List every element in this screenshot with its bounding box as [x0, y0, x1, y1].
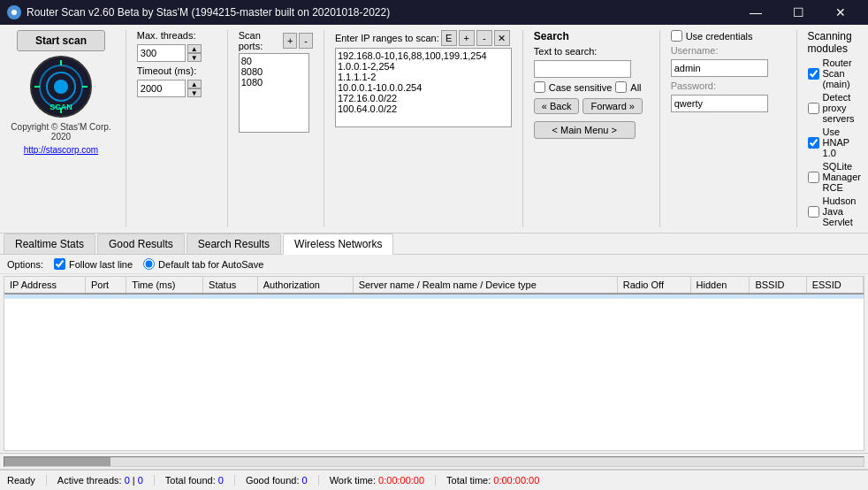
ip-ranges-header: Enter IP ranges to scan: E + - ✕	[335, 30, 512, 46]
tab-wireless-networks[interactable]: Wireless Networks	[283, 234, 393, 255]
default-tab-radio[interactable]	[143, 258, 155, 270]
search-title: Search	[534, 30, 649, 42]
close-button[interactable]: ✕	[820, 0, 861, 25]
tab-wireless-networks-label: Wireless Networks	[294, 238, 382, 250]
max-threads-label: Max. threads:	[137, 30, 217, 41]
timeout-label: Timeout (ms):	[137, 65, 217, 76]
status-active-threads: Active threads: 0 | 0	[57, 475, 155, 486]
status-total-time: Total time: 0:00:00:00	[446, 475, 550, 486]
horizontal-scrollbar-thumb[interactable]	[4, 457, 110, 466]
threads-section: Max. threads: ▲ ▼ Timeout (ms): ▲ ▼	[137, 30, 217, 97]
col-bssid: BSSID	[750, 277, 806, 294]
ip-clear-button[interactable]: ✕	[494, 30, 510, 46]
module-item-proxy-servers: Detect proxy servers	[808, 92, 861, 124]
module-sqlite-label: SQLite Manager RCE	[823, 161, 861, 193]
minimize-button[interactable]: —	[735, 0, 776, 25]
module-hnap-label: Use HNAP 1.0	[823, 126, 861, 158]
use-credentials-checkbox[interactable]	[671, 30, 682, 42]
ports-list[interactable]: 80 8080 1080	[239, 53, 309, 133]
copyright-link[interactable]: http://stascorp.com	[24, 145, 98, 155]
module-hudson-checkbox[interactable]	[808, 206, 819, 218]
ip-ranges-label: Enter IP ranges to scan:	[335, 33, 439, 43]
tab-good-results[interactable]: Good Results	[97, 234, 185, 254]
status-total-found: Total found: 0	[165, 475, 235, 486]
max-threads-input[interactable]	[137, 44, 186, 62]
main-area: Start scan SCAN Copyright © Stas'M Corp.…	[0, 25, 868, 490]
all-checkbox[interactable]	[615, 81, 627, 93]
module-sqlite-checkbox[interactable]	[808, 172, 819, 183]
module-proxy-servers-checkbox[interactable]	[808, 103, 819, 114]
horizontal-scrollbar-track[interactable]	[4, 456, 864, 467]
ip-range-item: 172.16.0.0/22	[338, 93, 509, 103]
status-ready: Ready	[7, 475, 47, 486]
forward-button[interactable]: Forward »	[582, 98, 643, 114]
username-input[interactable]	[671, 59, 768, 77]
default-tab-label: Default tab for AutoSave	[158, 259, 263, 270]
horizontal-scrollbar-area	[0, 453, 868, 469]
max-threads-up[interactable]: ▲	[187, 44, 202, 53]
status-good-found: Good found: 0	[246, 475, 319, 486]
module-router-scan-checkbox[interactable]	[808, 68, 819, 80]
ip-ranges-list[interactable]: 192.168.0-10,16,88,100,199.1,254 1.0.0.1…	[335, 48, 512, 127]
col-status: Status	[203, 277, 258, 294]
ip-range-item: 10.0.0.1-10.0.0.254	[338, 82, 509, 93]
remove-port-button[interactable]: -	[299, 33, 313, 49]
add-port-button[interactable]: +	[283, 33, 297, 49]
timeout-arrows: ▲ ▼	[187, 80, 202, 97]
timeout-down[interactable]: ▼	[187, 88, 202, 97]
tab-search-results-label: Search Results	[198, 238, 270, 250]
start-scan-button[interactable]: Start scan	[17, 30, 105, 51]
scanning-modules-title: Scanning modules	[808, 30, 861, 55]
col-essid: ESSID	[806, 277, 863, 294]
tab-realtime-stats[interactable]: Realtime Stats	[4, 234, 95, 254]
cell-status	[203, 294, 258, 299]
search-nav-buttons: « Back Forward »	[534, 98, 649, 114]
col-hidden: Hidden	[690, 277, 750, 294]
module-hnap-checkbox[interactable]	[808, 137, 819, 149]
table-area[interactable]: IP Address Port Time (ms) Status Authori…	[4, 276, 864, 451]
ip-remove-button[interactable]: -	[476, 30, 492, 46]
follow-last-line-checkbox[interactable]	[54, 258, 65, 270]
ip-add-button[interactable]: +	[459, 30, 475, 46]
work-time-label: Work time:	[330, 475, 376, 486]
total-found-label: Total found:	[165, 475, 216, 486]
tabs-area: Realtime Stats Good Results Search Resul…	[0, 234, 868, 255]
all-label: All	[630, 82, 641, 93]
case-sensitive-checkbox[interactable]	[534, 81, 545, 93]
search-section: Search Text to search: Case sensitive Al…	[534, 30, 649, 139]
module-hudson-label: Hudson Java Servlet	[823, 195, 861, 227]
max-threads-down[interactable]: ▼	[187, 53, 202, 62]
table-header-row: IP Address Port Time (ms) Status Authori…	[4, 277, 864, 294]
main-menu-button[interactable]: < Main Menu >	[534, 121, 636, 139]
tab-search-results[interactable]: Search Results	[187, 234, 281, 254]
ip-range-item: 100.64.0.0/22	[338, 103, 509, 114]
scan-section: Start scan SCAN Copyright © Stas'M Corp.…	[7, 30, 115, 155]
window-controls: — ☐ ✕	[735, 0, 861, 25]
port-item: 1080	[241, 77, 307, 88]
maximize-button[interactable]: ☐	[778, 0, 819, 25]
follow-last-line-label: Follow last line	[69, 259, 133, 270]
back-button[interactable]: « Back	[534, 98, 580, 114]
scan-ports-section: Scan ports: + - 80 8080 1080	[239, 30, 313, 133]
toolbar: Start scan SCAN Copyright © Stas'M Corp.…	[0, 25, 868, 234]
follow-last-line-row: Follow last line	[54, 258, 133, 270]
cell-radio	[617, 294, 690, 299]
window-title: Router Scan v2.60 Beta by Stas'M (199421…	[27, 6, 735, 19]
case-sensitive-row: Case sensitive All	[534, 81, 649, 93]
cell-auth	[257, 294, 353, 299]
table-row[interactable]	[4, 294, 864, 299]
app-icon	[7, 5, 21, 19]
tab-good-results-label: Good Results	[109, 238, 173, 250]
password-label: Password:	[671, 80, 786, 91]
password-input[interactable]	[671, 95, 768, 112]
options-label: Options:	[7, 259, 43, 270]
username-label: Username:	[671, 45, 786, 56]
timeout-input[interactable]	[137, 80, 186, 97]
col-time-ms: Time (ms)	[126, 277, 203, 294]
ip-e-button[interactable]: E	[441, 30, 457, 46]
col-ip-address: IP Address	[4, 277, 85, 294]
status-bar: Ready Active threads: 0 | 0 Total found:…	[0, 469, 868, 490]
use-credentials-row: Use credentials	[671, 30, 786, 42]
search-input[interactable]	[534, 60, 631, 78]
timeout-up[interactable]: ▲	[187, 80, 202, 88]
